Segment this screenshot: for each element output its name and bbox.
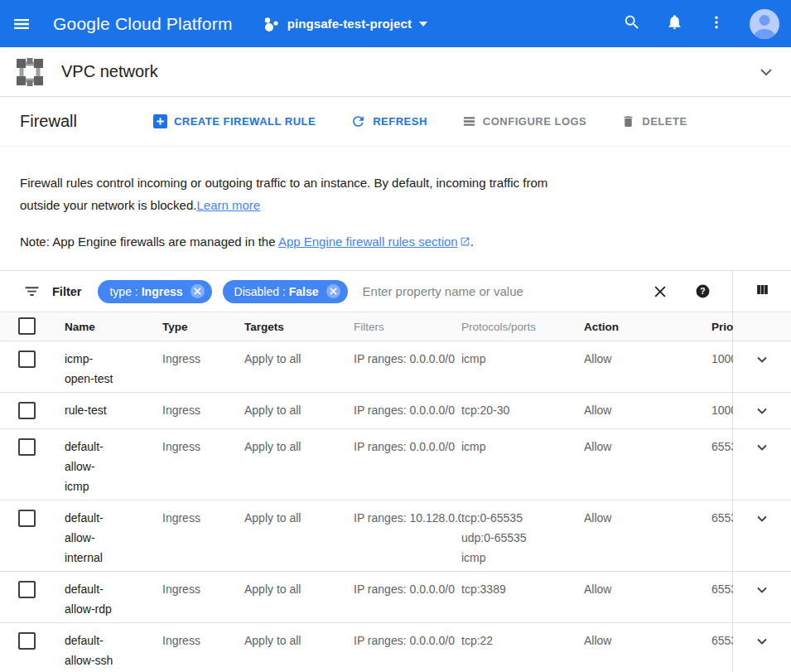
row-checkbox[interactable]	[18, 581, 36, 598]
firewall-rule-name[interactable]: default-allow-rdp	[65, 579, 162, 619]
account-avatar[interactable]	[750, 9, 779, 39]
row-checkbox[interactable]	[18, 510, 36, 527]
google-cloud-platform-logo[interactable]: Google Cloud Platform	[53, 14, 233, 34]
note-link-text: App Engine firewall rules section	[278, 234, 458, 249]
app-engine-note: Note: App Engine firewalls are managed i…	[20, 230, 562, 253]
rule-priority: 1000	[711, 349, 733, 369]
column-header-protocols: Protocols/ports	[461, 321, 584, 333]
chip-value: Ingress	[142, 285, 183, 298]
chip-key: type :	[109, 285, 137, 298]
rule-type: Ingress	[162, 579, 244, 599]
expand-row-button[interactable]	[754, 633, 770, 653]
chip-close-icon	[194, 288, 201, 295]
table-row: icmp-open-test Ingress Apply to all IP r…	[0, 341, 791, 393]
chip-close-button[interactable]	[326, 284, 340, 298]
rule-action: Allow	[584, 579, 711, 599]
column-display-button[interactable]	[755, 282, 770, 301]
chevron-down-icon	[754, 582, 770, 598]
filter-list-icon	[23, 283, 41, 300]
expand-row-button[interactable]	[754, 403, 770, 423]
note-prefix: Note: App Engine firewalls are managed i…	[20, 234, 278, 249]
expand-row-button[interactable]	[754, 351, 770, 371]
delete-label: DELETE	[642, 115, 687, 128]
description-paragraph: Firewall rules control incoming or outgo…	[20, 172, 562, 216]
rule-filters: IP ranges: 0.0.0.0/0	[354, 437, 461, 457]
create-firewall-rule-button[interactable]: CREATE FIREWALL RULE	[153, 114, 316, 128]
notifications-bell-icon	[666, 13, 683, 31]
rule-type: Ingress	[162, 508, 244, 528]
refresh-button[interactable]: REFRESH	[350, 114, 427, 129]
rule-action: Allow	[584, 400, 711, 420]
chip-close-icon	[330, 288, 337, 295]
help-icon: ?	[695, 283, 711, 299]
firewall-toolbar: Firewall CREATE FIREWALL RULE REFRESH CO…	[0, 97, 791, 147]
rule-priority: 65534	[711, 508, 733, 528]
row-checkbox[interactable]	[18, 402, 36, 419]
delete-button[interactable]: DELETE	[621, 114, 687, 128]
rule-type: Ingress	[162, 631, 244, 650]
filter-input[interactable]	[361, 283, 652, 299]
vpc-network-icon	[13, 56, 46, 89]
rule-type: Ingress	[162, 437, 244, 457]
learn-more-link[interactable]: Learn more	[196, 198, 260, 212]
rule-protocols: tcp:0-65535 udp:0-65535 icmp	[461, 508, 584, 568]
firewall-rule-name[interactable]: default-allow-internal	[65, 508, 162, 568]
app-engine-firewall-link[interactable]: App Engine firewall rules section	[278, 234, 470, 249]
gcp-console: Google Cloud Platform pingsafe-test-proj…	[0, 0, 791, 672]
configure-logs-label: CONFIGURE LOGS	[483, 115, 586, 128]
rule-filters: IP ranges: 0.0.0.0/0	[354, 579, 461, 599]
chevron-down-icon	[754, 351, 770, 368]
rule-targets: Apply to all	[244, 349, 354, 369]
row-checkbox[interactable]	[18, 351, 36, 368]
menu-icon	[12, 14, 31, 34]
rule-filters: IP ranges: 0.0.0.0/0	[354, 349, 461, 369]
topbar-actions	[623, 9, 783, 39]
rule-targets: Apply to all	[244, 579, 354, 599]
filter-help-button[interactable]: ?	[695, 283, 711, 299]
collapse-section-button[interactable]	[756, 62, 776, 82]
expand-row-button[interactable]	[754, 510, 770, 530]
row-checkbox[interactable]	[18, 632, 36, 650]
chevron-down-icon	[754, 510, 770, 527]
firewall-rule-name[interactable]: default-allow-icmp	[65, 437, 162, 496]
expand-row-button[interactable]	[754, 439, 770, 459]
page-title: Firewall	[20, 112, 77, 131]
project-name: pingsafe-test-project	[287, 17, 412, 31]
filter-chip-disabled[interactable]: Disabled :False	[223, 280, 348, 303]
rule-priority: 65534	[711, 631, 733, 650]
select-all-checkbox[interactable]	[18, 317, 36, 335]
rule-targets: Apply to all	[244, 400, 354, 420]
service-header: VPC network	[0, 47, 791, 97]
project-selector[interactable]: pingsafe-test-project	[263, 16, 427, 32]
rule-targets: Apply to all	[244, 508, 354, 528]
clear-filters-button[interactable]	[652, 283, 668, 300]
menu-button[interactable]	[12, 14, 31, 34]
firewall-rule-name[interactable]: icmp-open-test	[65, 349, 162, 389]
firewall-description: Firewall rules control incoming or outgo…	[0, 147, 791, 270]
firewall-rule-name[interactable]: rule-test	[65, 400, 162, 420]
column-header-filters: Filters	[354, 321, 461, 333]
rule-filters: IP ranges: 0.0.0.0/0	[354, 400, 461, 420]
more-options-button[interactable]	[708, 14, 725, 34]
chevron-down-icon	[754, 403, 770, 419]
configure-logs-button[interactable]: CONFIGURE LOGS	[462, 114, 586, 128]
rule-protocols: tcp:3389	[461, 579, 584, 599]
column-header-priority: Priority	[711, 321, 733, 333]
row-checkbox[interactable]	[18, 438, 36, 456]
expand-row-button[interactable]	[754, 582, 770, 602]
firewall-rule-name[interactable]: default-allow-ssh	[65, 631, 162, 670]
project-switcher-icon	[263, 16, 280, 32]
refresh-label: REFRESH	[373, 115, 427, 128]
column-header-action: Action	[584, 321, 711, 333]
rule-priority: 1000	[711, 400, 733, 420]
top-app-bar: Google Cloud Platform pingsafe-test-proj…	[0, 0, 791, 47]
table-row: default-allow-internal Ingress Apply to …	[0, 500, 791, 572]
filter-chip-type[interactable]: type :Ingress	[98, 280, 211, 303]
rule-type: Ingress	[162, 349, 244, 369]
note-suffix: .	[470, 234, 474, 249]
chip-close-button[interactable]	[191, 284, 205, 298]
table-header: Name Type Targets Filters Protocols/port…	[0, 312, 791, 341]
notifications-button[interactable]	[666, 13, 683, 34]
plus-icon	[153, 114, 167, 128]
search-button[interactable]	[623, 13, 641, 35]
